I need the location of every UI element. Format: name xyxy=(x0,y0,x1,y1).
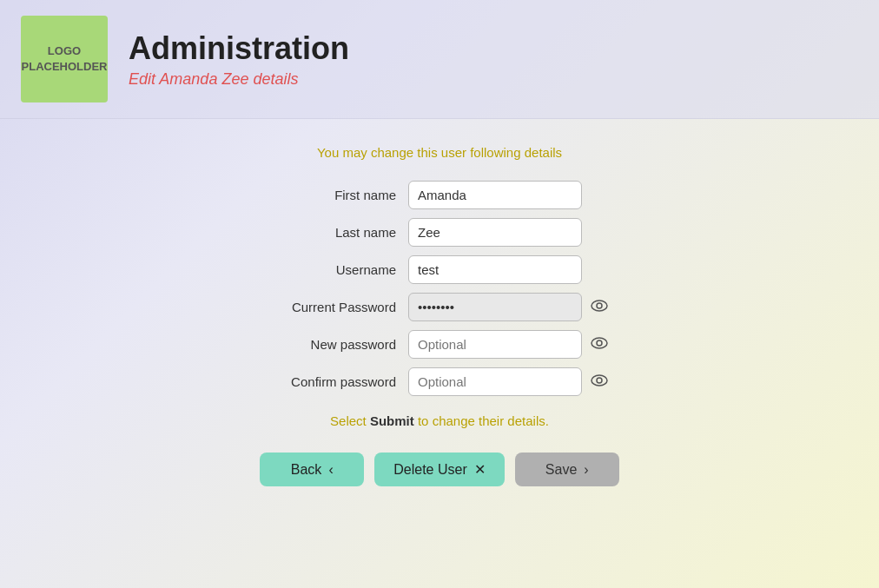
back-icon: ‹ xyxy=(328,462,333,478)
delete-user-label: Delete User xyxy=(393,462,466,478)
svg-point-4 xyxy=(592,375,607,386)
svg-point-1 xyxy=(597,303,602,308)
current-password-label: Current Password xyxy=(269,300,408,314)
confirm-password-label: Confirm password xyxy=(269,374,408,389)
svg-point-0 xyxy=(592,301,607,311)
username-row: Username xyxy=(269,255,610,284)
current-password-row: Current Password xyxy=(269,293,610,321)
eye-icon xyxy=(591,300,608,312)
logo-text: LOGOPLACEHOLDER xyxy=(22,43,108,75)
svg-point-2 xyxy=(592,338,607,348)
username-input[interactable] xyxy=(408,255,582,284)
main-content: You may change this user following detai… xyxy=(0,119,879,486)
header-title-block: Administration Edit Amanda Zee details xyxy=(129,30,349,89)
save-button[interactable]: Save › xyxy=(515,453,619,486)
logo: LOGOPLACEHOLDER xyxy=(21,16,108,102)
submit-hint: Select Submit to change their details. xyxy=(330,413,549,428)
back-label: Back xyxy=(291,462,322,478)
svg-point-5 xyxy=(597,378,602,383)
page-subtitle: Edit Amanda Zee details xyxy=(129,70,349,89)
first-name-input[interactable] xyxy=(408,181,582,209)
new-password-label: New password xyxy=(269,337,408,352)
eye-icon xyxy=(591,374,608,386)
last-name-label: Last name xyxy=(269,225,408,240)
header: LOGOPLACEHOLDER Administration Edit Aman… xyxy=(0,0,879,119)
new-password-eye-button[interactable] xyxy=(589,334,610,355)
confirm-password-input[interactable] xyxy=(408,367,582,396)
first-name-row: First name xyxy=(269,181,610,209)
button-row: Back ‹ Delete User ✕ Save › xyxy=(260,453,618,486)
confirm-password-eye-button[interactable] xyxy=(589,371,610,393)
current-password-eye-button[interactable] xyxy=(589,296,610,318)
save-label: Save xyxy=(545,462,577,478)
delete-user-button[interactable]: Delete User ✕ xyxy=(374,453,504,486)
last-name-input[interactable] xyxy=(408,218,582,247)
new-password-input[interactable] xyxy=(408,330,582,359)
form-container: First name Last name Username Current Pa… xyxy=(269,181,610,405)
svg-point-3 xyxy=(597,340,602,346)
last-name-row: Last name xyxy=(269,218,610,247)
page-title: Administration xyxy=(129,30,349,67)
back-button[interactable]: Back ‹ xyxy=(260,453,364,486)
username-label: Username xyxy=(269,262,408,277)
current-password-input[interactable] xyxy=(408,293,582,321)
eye-icon xyxy=(591,337,608,349)
delete-icon: ✕ xyxy=(474,461,486,478)
confirm-password-row: Confirm password xyxy=(269,367,610,396)
save-icon: › xyxy=(584,462,588,478)
first-name-label: First name xyxy=(269,188,408,202)
form-section: First name Last name Username Current Pa… xyxy=(260,181,618,486)
info-message: You may change this user following detai… xyxy=(317,145,562,160)
new-password-row: New password xyxy=(269,330,610,359)
